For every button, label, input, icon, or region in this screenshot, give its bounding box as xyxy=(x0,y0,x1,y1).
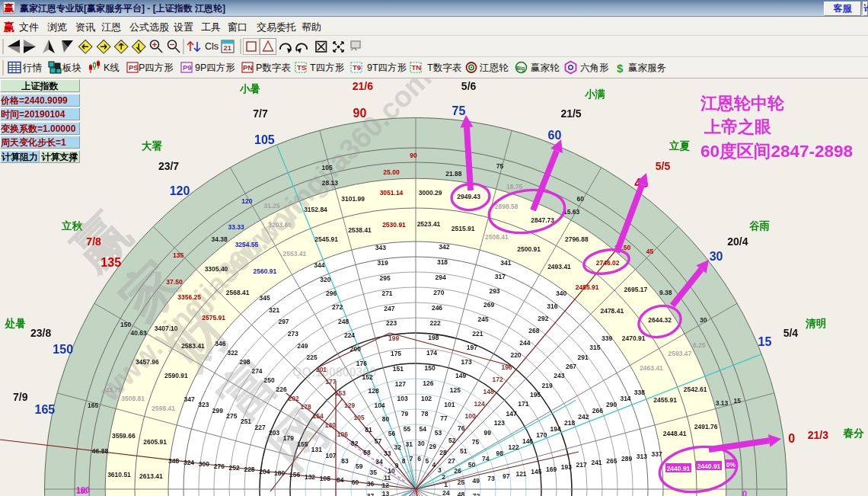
svg-text:269: 269 xyxy=(483,301,494,309)
svg-text:120: 120 xyxy=(241,197,252,205)
svg-text:$: $ xyxy=(617,62,624,75)
svg-text:2448.41: 2448.41 xyxy=(663,430,687,437)
svg-text:Cls: Cls xyxy=(205,41,219,52)
svg-text:265: 265 xyxy=(606,457,617,465)
svg-text:K线: K线 xyxy=(104,62,120,73)
svg-text:228: 228 xyxy=(244,466,254,473)
svg-text:56: 56 xyxy=(388,430,396,437)
svg-text:2545.91: 2545.91 xyxy=(314,235,338,243)
svg-text:321: 321 xyxy=(269,306,279,314)
svg-text:90: 90 xyxy=(353,107,367,120)
svg-text:156: 156 xyxy=(289,471,300,478)
svg-text:立夏: 立夏 xyxy=(669,139,691,152)
svg-text:124: 124 xyxy=(474,400,485,408)
svg-text:250: 250 xyxy=(264,376,275,384)
svg-text:344: 344 xyxy=(314,261,324,269)
svg-text:46.88: 46.88 xyxy=(92,447,109,455)
svg-text:2847.73: 2847.73 xyxy=(531,216,554,224)
svg-text:200: 200 xyxy=(350,345,361,353)
svg-text:223: 223 xyxy=(386,319,397,327)
svg-text:268: 268 xyxy=(528,327,539,334)
svg-text:13: 13 xyxy=(382,490,390,496)
svg-text:行情: 行情 xyxy=(22,62,43,73)
svg-text:201: 201 xyxy=(316,366,327,373)
svg-text:84: 84 xyxy=(337,476,344,484)
svg-text:P四方形: P四方形 xyxy=(139,62,174,73)
svg-text:171: 171 xyxy=(518,400,528,408)
svg-text:314: 314 xyxy=(620,395,630,402)
svg-text:217: 217 xyxy=(576,461,587,469)
svg-text:274: 274 xyxy=(251,367,262,375)
svg-text:2515.91: 2515.91 xyxy=(452,225,475,232)
svg-text:大署: 大署 xyxy=(142,140,163,152)
svg-text:2463.41: 2463.41 xyxy=(640,364,663,372)
svg-text:3254.55: 3254.55 xyxy=(235,241,259,248)
svg-text:2593.47: 2593.47 xyxy=(669,350,692,357)
svg-text:9.38: 9.38 xyxy=(659,289,672,296)
svg-text:31.25: 31.25 xyxy=(263,202,280,210)
svg-text:165: 165 xyxy=(35,403,56,416)
svg-text:249: 249 xyxy=(297,342,308,350)
svg-text:春分: 春分 xyxy=(843,427,865,439)
svg-text:127: 127 xyxy=(395,380,406,388)
svg-text:177: 177 xyxy=(325,378,336,386)
svg-text:3152.84: 3152.84 xyxy=(304,206,327,213)
svg-text:107: 107 xyxy=(325,452,336,459)
svg-text:2530.91: 2530.91 xyxy=(382,221,406,229)
svg-text:36: 36 xyxy=(367,480,375,488)
svg-text:赢家服务: 赢家服务 xyxy=(628,62,666,73)
svg-text:290: 290 xyxy=(606,401,617,408)
svg-text:2440.91: 2440.91 xyxy=(667,465,691,472)
svg-text:132: 132 xyxy=(305,473,315,481)
svg-text:33: 33 xyxy=(384,450,391,457)
svg-text:赢家轮: 赢家轮 xyxy=(531,62,560,73)
svg-text:Big: Big xyxy=(516,66,525,72)
svg-text:72: 72 xyxy=(473,492,480,496)
svg-text:7: 7 xyxy=(410,455,413,462)
svg-text:24: 24 xyxy=(442,489,450,496)
svg-text:245: 245 xyxy=(478,315,489,323)
svg-text:0: 0 xyxy=(788,432,795,445)
svg-text:2560.91: 2560.91 xyxy=(254,267,277,275)
svg-text:2695.17: 2695.17 xyxy=(624,286,648,293)
svg-text:1: 1 xyxy=(444,481,448,488)
svg-text:2478.41: 2478.41 xyxy=(600,307,624,315)
svg-text:130: 130 xyxy=(325,421,336,429)
svg-text:147: 147 xyxy=(506,410,517,418)
svg-text:2523.41: 2523.41 xyxy=(417,220,441,228)
svg-text:75: 75 xyxy=(452,104,466,117)
svg-text:25.00: 25.00 xyxy=(383,168,400,176)
svg-text:23/8: 23/8 xyxy=(30,327,51,339)
svg-text:23/7: 23/7 xyxy=(158,160,179,172)
svg-text:81: 81 xyxy=(365,426,372,434)
svg-text:50: 50 xyxy=(468,461,476,469)
svg-text:2613.41: 2613.41 xyxy=(139,472,163,480)
svg-text:323: 323 xyxy=(198,401,209,408)
svg-text:103: 103 xyxy=(397,395,408,402)
svg-text:TN: TN xyxy=(412,63,422,72)
svg-text:125: 125 xyxy=(450,386,461,394)
svg-text:227: 227 xyxy=(255,424,266,431)
svg-text:272: 272 xyxy=(332,303,343,311)
svg-text:122: 122 xyxy=(509,443,519,451)
svg-text:221: 221 xyxy=(472,330,483,338)
svg-text:151: 151 xyxy=(393,365,404,373)
svg-text:2542.61: 2542.61 xyxy=(684,386,707,393)
svg-text:8: 8 xyxy=(402,457,406,465)
svg-text:2538.41: 2538.41 xyxy=(348,226,372,234)
svg-text:0: 0 xyxy=(742,489,747,496)
svg-text:169: 169 xyxy=(546,466,557,473)
svg-text:174: 174 xyxy=(426,349,437,357)
svg-text:266: 266 xyxy=(592,407,603,414)
svg-text:297: 297 xyxy=(278,318,289,325)
svg-text:123: 123 xyxy=(494,419,505,427)
svg-text:26: 26 xyxy=(454,467,461,475)
svg-text:126: 126 xyxy=(423,379,433,387)
svg-text:25: 25 xyxy=(458,478,465,486)
svg-text:248: 248 xyxy=(338,318,349,325)
svg-text:83: 83 xyxy=(341,457,349,465)
svg-text:298: 298 xyxy=(239,358,250,366)
svg-text:2598.41: 2598.41 xyxy=(152,405,175,412)
svg-text:江恩轮: 江恩轮 xyxy=(480,62,509,73)
svg-text:80: 80 xyxy=(382,415,390,423)
